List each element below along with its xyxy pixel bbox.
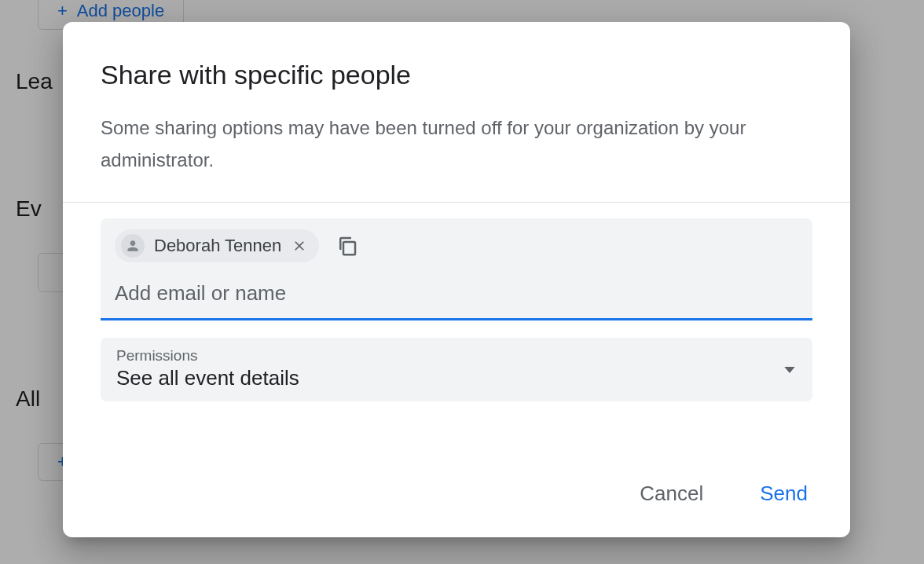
- modal-header: Share with specific people Some sharing …: [63, 22, 850, 202]
- copy-icon[interactable]: [333, 232, 361, 260]
- person-icon: [121, 234, 145, 258]
- dropdown-arrow-icon: [784, 362, 795, 376]
- cancel-button[interactable]: Cancel: [630, 475, 713, 512]
- chip-close-icon[interactable]: [291, 237, 308, 255]
- email-input[interactable]: [115, 277, 798, 313]
- svg-rect-0: [343, 242, 355, 255]
- modal-body: Deborah Tennen Permissions See all event…: [63, 203, 850, 452]
- chip-name: Deborah Tennen: [154, 236, 281, 256]
- permissions-value: See all event details: [116, 366, 797, 390]
- permissions-dropdown[interactable]: Permissions See all event details: [101, 338, 812, 401]
- share-modal: Share with specific people Some sharing …: [63, 22, 850, 537]
- modal-footer: Cancel Send: [63, 452, 850, 537]
- modal-title: Share with specific people: [101, 60, 812, 90]
- person-chip[interactable]: Deborah Tennen: [115, 229, 319, 262]
- send-button[interactable]: Send: [750, 475, 817, 512]
- email-field[interactable]: Deborah Tennen: [101, 218, 812, 320]
- modal-subtitle: Some sharing options may have been turne…: [101, 112, 812, 177]
- chip-row: Deborah Tennen: [115, 229, 798, 262]
- permissions-label: Permissions: [116, 347, 797, 364]
